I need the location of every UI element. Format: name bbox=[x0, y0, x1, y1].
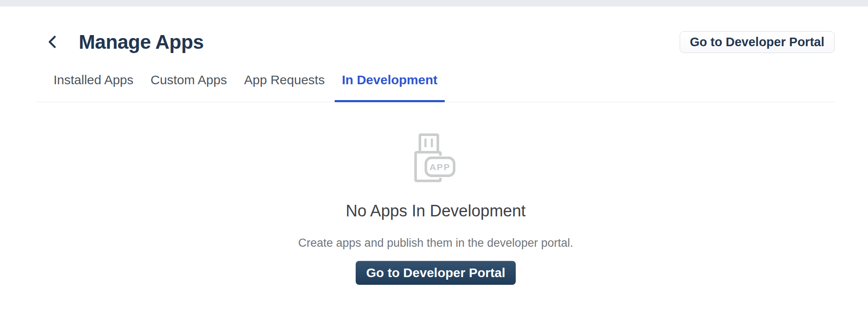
top-strip bbox=[0, 0, 868, 6]
empty-state-title: No Apps In Development bbox=[346, 201, 526, 220]
tab-installed-apps[interactable]: Installed Apps bbox=[46, 69, 141, 102]
tab-app-requests[interactable]: App Requests bbox=[237, 69, 332, 102]
chevron-left-icon bbox=[48, 35, 56, 49]
empty-state: APP No Apps In Development Create apps a… bbox=[37, 102, 835, 285]
page-header: Manage Apps Go to Developer Portal bbox=[37, 29, 835, 55]
tab-in-development[interactable]: In Development bbox=[335, 69, 445, 102]
manage-apps-page: Manage Apps Go to Developer Portal Insta… bbox=[0, 29, 868, 285]
tab-bar: Installed Apps Custom Apps App Requests … bbox=[37, 69, 835, 102]
go-to-developer-portal-cta[interactable]: Go to Developer Portal bbox=[356, 261, 515, 285]
back-button[interactable] bbox=[43, 32, 62, 51]
page-title: Manage Apps bbox=[79, 30, 204, 53]
empty-state-description: Create apps and publish them in the deve… bbox=[298, 236, 573, 250]
go-to-developer-portal-button[interactable]: Go to Developer Portal bbox=[680, 31, 835, 53]
usb-plug-app-icon: APP bbox=[414, 133, 457, 182]
app-badge-label: APP bbox=[429, 162, 450, 172]
tab-custom-apps[interactable]: Custom Apps bbox=[143, 69, 234, 102]
